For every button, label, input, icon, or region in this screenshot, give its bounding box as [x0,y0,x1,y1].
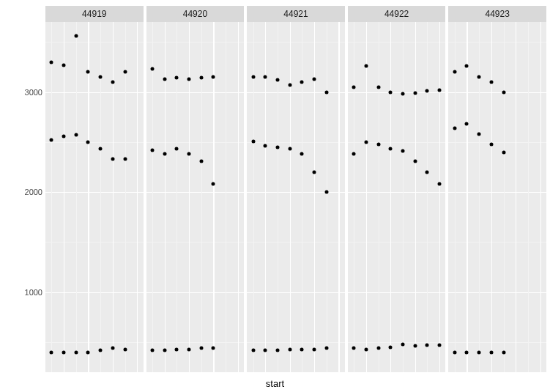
data-point [477,350,481,354]
data-point [62,350,66,354]
plot-area: 2468 [448,22,546,372]
x-axis-label: start [266,378,284,389]
data-point [300,347,304,351]
data-point [264,144,267,148]
facet-panel: 449202468 [146,6,245,372]
data-point [413,91,417,95]
data-point [175,147,179,151]
data-point [313,347,316,351]
data-point [364,347,368,351]
data-point [324,347,328,350]
data-point [425,344,429,347]
plot-area: 2468 [247,22,345,372]
facet-strip-label: 44923 [448,6,546,22]
data-point [389,345,393,349]
facet-strip-label: 44921 [247,6,345,22]
data-point [352,347,356,350]
data-point [212,347,215,350]
data-point [288,347,291,351]
data-point [300,152,304,156]
data-point [389,147,393,151]
data-point [111,80,114,84]
data-point [275,348,279,352]
data-point [175,347,179,351]
plot-area: 2468 [45,22,144,372]
data-point [313,77,316,81]
data-point [477,132,481,136]
facet-panel: 449192468 [45,6,144,372]
data-point [199,159,203,163]
facet-panel: 449212468 [247,6,345,372]
data-point [502,150,505,154]
data-point [251,348,255,352]
data-point [99,348,103,352]
y-tick-label: 1000 [19,288,42,297]
data-point [288,147,291,151]
data-point [352,85,356,89]
plot-area: 2468 [348,22,446,372]
data-point [111,347,114,350]
data-point [275,78,279,82]
data-point [99,75,103,79]
data-point [123,347,127,351]
facet-strip-label: 44922 [348,6,446,22]
data-point [364,140,368,144]
facet-panel: 449232468 [448,6,546,372]
facet-strip-label: 44919 [45,6,144,22]
data-point [175,76,179,80]
data-point [401,149,404,153]
data-point [376,85,380,89]
data-point [212,182,215,186]
data-point [150,148,154,152]
data-point [163,348,166,352]
data-point [199,347,203,350]
data-point [99,147,103,151]
data-point [453,350,456,354]
data-point [389,90,393,94]
data-point [300,80,304,84]
data-point [123,70,127,74]
data-point [86,350,90,354]
chart-container: Frekvens för F1, F2 och F3 (Hz) start 10… [0,0,550,392]
data-point [477,75,481,79]
data-point [163,77,166,81]
data-point [352,152,356,156]
data-point [324,90,328,94]
data-point [453,70,456,74]
data-point [376,347,380,350]
data-point [275,145,279,149]
data-point [251,75,255,79]
data-point [50,60,53,64]
data-point [465,350,469,354]
data-point [199,76,203,80]
data-point [438,88,442,92]
data-point [187,152,191,156]
data-point [489,142,493,146]
data-point [401,92,404,96]
data-point [324,191,328,194]
data-point [465,122,469,126]
data-point [86,70,90,74]
data-point [502,90,505,94]
data-point [264,75,267,79]
data-point [401,342,404,346]
data-point [111,158,114,161]
data-point [438,344,442,347]
data-point [62,63,66,67]
data-point [74,133,78,137]
data-point [123,158,127,161]
data-point [288,84,291,87]
y-axis-ticks: 100020003000 [21,22,44,372]
data-point [264,348,267,352]
facet-strip-label: 44920 [146,6,245,22]
data-point [50,350,53,354]
data-point [187,347,191,351]
data-point [489,350,493,354]
data-point [364,64,368,68]
data-point [150,348,154,352]
data-point [425,170,429,174]
data-point [62,134,66,138]
facet-panels: 4491924684492024684492124684492224684492… [45,6,546,372]
data-point [86,140,90,144]
data-point [313,170,316,174]
